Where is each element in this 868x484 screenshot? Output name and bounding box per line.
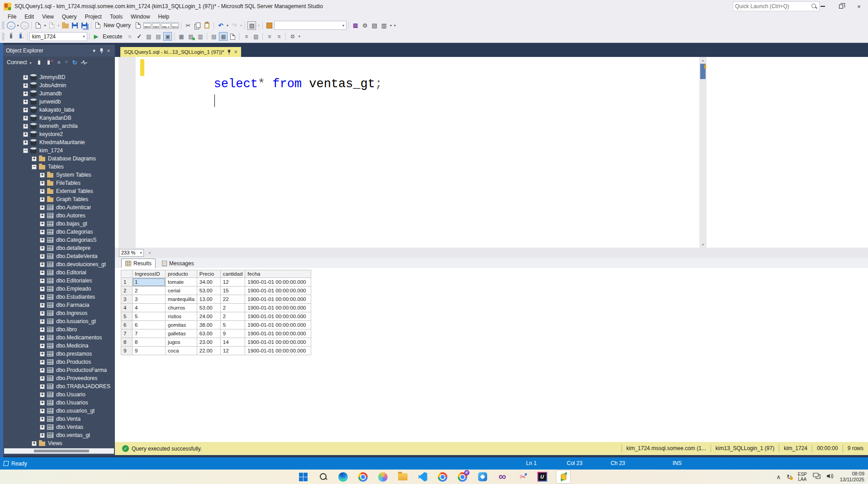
find-combobox[interactable]: ▾ — [274, 21, 346, 30]
volume-icon[interactable] — [826, 473, 834, 481]
new-dax-query-icon[interactable]: DAX — [171, 22, 179, 29]
row-number[interactable]: 1 — [121, 278, 133, 287]
tree-item[interactable]: + Views — [3, 439, 115, 447]
expander-icon[interactable]: + — [40, 384, 45, 389]
cell-cantidad[interactable]: 2 — [220, 312, 245, 321]
tree-item[interactable]: + KanyadanDB — [3, 114, 115, 122]
minimize-button[interactable] — [814, 0, 832, 13]
tab-pin-icon[interactable] — [228, 50, 231, 55]
menu-item[interactable]: Project — [81, 13, 106, 20]
cell-precio[interactable]: 23.00 — [197, 338, 220, 347]
cell-producto[interactable]: galletas — [166, 329, 197, 338]
disconnect-icon[interactable] — [36, 61, 42, 65]
document-tab[interactable]: SQLQuery1.sql - ki...13_SQLLogin_1 (97))… — [120, 47, 241, 57]
hscroll-left-icon[interactable]: ◂ — [148, 250, 151, 255]
search-icon[interactable] — [317, 471, 329, 483]
cell-ingresosid[interactable]: 8 — [133, 338, 166, 347]
expander-icon[interactable]: + — [23, 140, 28, 145]
expander-icon[interactable]: + — [40, 425, 45, 430]
tree-item[interactable]: + dbo.Medicina — [3, 342, 115, 350]
expander-icon[interactable]: + — [32, 156, 37, 161]
save-all-icon[interactable] — [80, 21, 89, 30]
tree-item[interactable]: + JobsAdmin — [3, 81, 115, 89]
new-mdx-query-icon[interactable]: MDX — [143, 22, 151, 29]
cell-precio[interactable]: 63.00 — [197, 329, 220, 338]
tree-item[interactable]: + FileTables — [3, 179, 115, 187]
start-button[interactable] — [297, 471, 309, 483]
results-to-grid-icon[interactable]: ▦ — [219, 32, 228, 41]
tree-item[interactable]: + dbo.bajas_gt — [3, 220, 115, 228]
back-button[interactable]: ← — [7, 22, 15, 29]
toolbar-overflow-icon[interactable]: ▾ — [393, 23, 397, 28]
paste-icon[interactable] — [203, 21, 211, 30]
expander-icon[interactable]: + — [40, 197, 45, 202]
tree-item[interactable]: + dbo.Ventas — [3, 423, 115, 431]
tree-item[interactable]: + dbo.Proveedores — [3, 374, 115, 382]
activity-pulse-icon[interactable] — [81, 60, 87, 65]
new-xmla-query-icon[interactable]: XMLA — [161, 22, 171, 29]
menu-item[interactable]: Help — [154, 13, 174, 20]
menu-item[interactable]: Query — [58, 13, 81, 20]
tree-item[interactable]: + dbo.Editoriales — [3, 277, 115, 285]
copy-icon[interactable] — [193, 21, 202, 30]
cell-fecha[interactable]: 1900-01-01 00:00:00.000 — [245, 295, 311, 304]
expander-icon[interactable]: + — [40, 327, 45, 332]
chrome-profile-icon[interactable]: K — [456, 471, 469, 483]
chrome-icon[interactable] — [357, 471, 369, 483]
cell-cantidad[interactable]: 12 — [220, 347, 245, 355]
specify-template-values-icon[interactable]: ⚙ — [288, 32, 297, 41]
execute-icon[interactable]: ▶ — [92, 32, 100, 41]
row-number[interactable]: 8 — [121, 338, 133, 347]
new-file-icon[interactable] — [34, 21, 43, 30]
grid-column-header[interactable]: cantidad — [220, 270, 245, 278]
cell-producto[interactable]: gomitas — [166, 321, 197, 329]
cell-fecha[interactable]: 1900-01-01 00:00:00.000 — [245, 278, 311, 287]
tree-item[interactable]: + Graph Tables — [3, 195, 115, 203]
include-actual-plan-icon[interactable]: ▦ — [177, 32, 185, 41]
add-item-dropdown-icon[interactable]: ▾ — [57, 23, 61, 28]
expander-icon[interactable]: + — [40, 287, 45, 291]
stop-icon[interactable]: ■ — [57, 59, 61, 66]
wrench-icon[interactable]: ⚙ — [360, 21, 369, 30]
tree-item[interactable]: + dbo.Productos — [3, 358, 115, 366]
cancel-query-icon[interactable]: ■ — [125, 32, 134, 41]
tab-messages[interactable]: Messages — [158, 258, 198, 268]
close-panel-icon[interactable]: × — [105, 48, 112, 53]
cell-fecha[interactable]: 1900-01-01 00:00:00.000 — [245, 321, 311, 329]
expander-icon[interactable]: + — [23, 132, 28, 137]
tree-item[interactable]: + kakayato_laba — [3, 106, 115, 114]
tree-item[interactable]: + Database Diagrams — [3, 155, 115, 163]
cell-ingresosid[interactable]: 6 — [133, 321, 166, 329]
uncomment-icon[interactable]: ▨ — [251, 32, 260, 41]
menu-item[interactable]: Edit — [20, 13, 38, 20]
cell-producto[interactable]: risitos — [166, 312, 197, 321]
row-number[interactable]: 6 — [121, 321, 133, 329]
tree-item[interactable]: + dbo.Autenticar — [3, 203, 115, 211]
expander-icon[interactable]: + — [40, 262, 45, 267]
expander-icon[interactable]: + — [40, 335, 45, 340]
intellisense-icon[interactable]: ▣ — [163, 32, 172, 41]
grid-column-header[interactable]: Precio — [197, 270, 220, 278]
file-explorer-icon[interactable] — [397, 471, 409, 483]
tree-item[interactable]: + dbo.Empleado — [3, 285, 115, 293]
clock[interactable]: 08:09 13/11/2025 — [840, 471, 864, 483]
save-icon[interactable] — [71, 21, 79, 30]
tree-item[interactable]: + System Tables — [3, 171, 115, 179]
cell-cantidad[interactable]: 2 — [220, 304, 245, 312]
grid-column-header[interactable] — [121, 270, 133, 278]
expander-icon[interactable]: + — [40, 319, 45, 324]
photos-icon[interactable] — [476, 471, 489, 483]
tree-item[interactable]: + kenneth_archila — [3, 122, 115, 130]
hscrollbar-thumb[interactable] — [34, 450, 89, 452]
expander-icon[interactable]: + — [40, 189, 45, 194]
grid-column-header[interactable]: IngresosID — [133, 270, 166, 278]
object-explorer-hscrollbar[interactable] — [4, 448, 114, 454]
quick-launch-box[interactable] — [733, 1, 820, 11]
close-button[interactable]: × — [850, 0, 868, 13]
tree-item[interactable]: + dbo.Farmacia — [3, 301, 115, 309]
display-estimated-plan-icon[interactable]: ▧ — [144, 32, 153, 41]
new-query-icon[interactable] — [94, 21, 102, 30]
available-databases-combobox[interactable]: kim_1724▾ — [29, 32, 87, 41]
cell-ingresosid[interactable]: 1 — [133, 278, 166, 287]
pin-icon[interactable] — [98, 48, 105, 53]
